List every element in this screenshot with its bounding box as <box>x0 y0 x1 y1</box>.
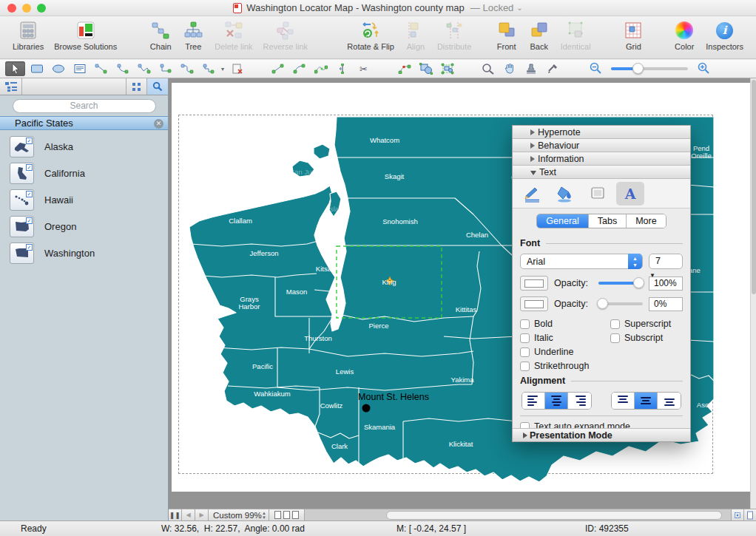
checkbox-icon[interactable] <box>610 333 620 343</box>
group-tool[interactable] <box>437 61 457 76</box>
library-item-alaska[interactable]: ✓Alaska <box>0 133 168 160</box>
conn-line-tool[interactable] <box>91 61 111 76</box>
front-button[interactable]: Front <box>496 19 518 51</box>
conn-smart-tool[interactable] <box>198 61 218 76</box>
stepper-icon[interactable]: ▲▼ <box>628 254 642 269</box>
split-tool[interactable] <box>332 61 352 76</box>
drawing-canvas[interactable]: WhatcomSan JuanSkagitIslandClallamSnohom… <box>169 78 756 509</box>
shadow-icon[interactable] <box>584 182 612 206</box>
close-window-button[interactable] <box>7 4 16 13</box>
zoom-slider[interactable] <box>611 67 688 70</box>
opacity-slider-thumb[interactable] <box>633 277 644 288</box>
minimize-window-button[interactable] <box>22 4 31 13</box>
color-swatch-button[interactable] <box>520 276 548 291</box>
checkbox-italic[interactable]: Italic <box>520 333 610 343</box>
section-hypernote[interactable]: Hypernote <box>513 126 690 139</box>
shape-rect-tool[interactable] <box>27 61 47 76</box>
align-center-button[interactable] <box>545 393 568 409</box>
stepper-icon[interactable]: ▲▼ <box>262 511 266 520</box>
checkbox-underline[interactable]: Underline <box>520 347 610 357</box>
document-page[interactable]: WhatcomSan JuanSkagitIslandClallamSnohom… <box>172 83 750 492</box>
text-icon[interactable]: A <box>616 182 644 206</box>
checkbox-subscript[interactable]: Subscript <box>610 333 671 343</box>
line-style-icon[interactable] <box>519 182 547 206</box>
library-item-oregon[interactable]: ✓Oregon <box>0 213 168 240</box>
mount-st-helens-marker[interactable] <box>362 404 371 413</box>
checkbox-bold[interactable]: Bold <box>520 319 610 329</box>
search-input[interactable] <box>13 99 156 113</box>
zoom-window-button[interactable] <box>37 4 46 13</box>
library-item-california[interactable]: ✓California <box>0 160 168 186</box>
zoom-out-icon[interactable] <box>589 61 602 77</box>
zoom-in-icon[interactable] <box>697 61 710 77</box>
search-view-button[interactable] <box>147 78 168 95</box>
hand-tool[interactable] <box>499 61 519 76</box>
checkbox-icon[interactable] <box>520 333 530 343</box>
shape-ellipse-tool[interactable] <box>48 61 68 76</box>
presentation-mode-row[interactable]: Presentation Mode <box>513 428 690 441</box>
page-split-button[interactable]: ❚❚ <box>169 509 182 520</box>
grid-view-button[interactable] <box>126 78 147 95</box>
back-button[interactable]: Back <box>528 19 550 51</box>
next-page-button[interactable]: ▶ <box>195 509 209 520</box>
opacity-slider[interactable] <box>598 302 643 305</box>
line-tool[interactable] <box>268 61 288 76</box>
zoom-level-select[interactable]: Custom 99% ▲▼ <box>209 509 269 520</box>
library-item-washington[interactable]: ✓Washington <box>0 240 168 266</box>
checkbox-icon[interactable] <box>520 347 530 357</box>
library-item-hawaii[interactable]: ✓Hawaii <box>0 186 168 213</box>
connector-dropdown-icon[interactable]: ▾ <box>219 66 226 72</box>
curve-tool[interactable] <box>311 61 331 76</box>
page-fit-icon[interactable] <box>743 509 756 520</box>
checkbox-icon[interactable] <box>520 362 530 371</box>
library-panel-header[interactable]: Pacific States ✕ <box>0 116 168 130</box>
shape-text-tool[interactable] <box>70 61 90 76</box>
scissors-tool[interactable]: ✂ <box>354 61 374 76</box>
conn-zig-tool[interactable] <box>134 61 154 76</box>
section-information[interactable]: Information <box>513 152 690 166</box>
union-tool[interactable] <box>416 61 436 76</box>
conn-curve-tool[interactable] <box>177 61 197 76</box>
arc-tool[interactable] <box>289 61 309 76</box>
zoom-tool-tool[interactable] <box>478 61 498 76</box>
stamp-tool[interactable] <box>521 61 541 76</box>
tab-tabs[interactable]: Tabs <box>589 214 627 228</box>
valign-bottom-button[interactable] <box>658 393 681 409</box>
rotate-flip-button[interactable]: Rotate & Flip <box>347 19 394 51</box>
horizontal-scrollbar-thumb[interactable] <box>386 511 722 520</box>
color-button[interactable]: Color <box>673 19 695 51</box>
checkbox-icon[interactable] <box>520 319 530 329</box>
select-tool[interactable] <box>5 61 25 76</box>
font-size-select[interactable]: 7 ▼ <box>649 254 683 269</box>
color-swatch-button[interactable] <box>520 296 548 311</box>
section-text[interactable]: Text <box>513 166 690 179</box>
erase-tool[interactable] <box>227 61 247 76</box>
locked-label[interactable]: — Locked <box>470 2 514 13</box>
checkbox-strikethrough[interactable]: Strikethrough <box>520 361 610 371</box>
conn-elbow-tool[interactable] <box>155 61 175 76</box>
page-view-buttons[interactable] <box>269 509 305 520</box>
checkbox-icon[interactable] <box>610 319 620 329</box>
close-panel-icon[interactable]: ✕ <box>154 119 163 129</box>
chain-button[interactable]: Chain <box>149 19 172 51</box>
valign-top-button[interactable] <box>612 393 635 409</box>
valign-middle-button[interactable] <box>635 393 658 409</box>
vertical-scrollbar-thumb[interactable] <box>752 80 756 294</box>
tree-button[interactable]: Tree <box>182 19 204 51</box>
opacity-value-field[interactable]: 0% <box>649 297 683 311</box>
inspectors-button[interactable]: iInspectors <box>706 19 743 51</box>
picker-tool[interactable] <box>542 61 562 76</box>
vertical-scrollbar[interactable] <box>750 78 756 509</box>
prev-page-button[interactable]: ◀ <box>182 509 195 520</box>
chevron-down-icon[interactable]: ⌄ <box>516 4 522 12</box>
font-family-select[interactable]: Arial ▲▼ <box>520 254 643 269</box>
opacity-slider[interactable] <box>598 282 643 285</box>
align-right-button[interactable] <box>568 393 591 409</box>
fill-icon[interactable] <box>551 182 579 206</box>
horizontal-scrollbar[interactable] <box>305 509 731 521</box>
section-behaviour[interactable]: Behaviour <box>513 139 690 152</box>
chevron-down-icon[interactable]: ▼ <box>649 269 655 279</box>
conn-arc-tool[interactable] <box>112 61 132 76</box>
zoom-slider-thumb[interactable] <box>632 63 644 74</box>
align-left-button[interactable] <box>522 393 545 409</box>
